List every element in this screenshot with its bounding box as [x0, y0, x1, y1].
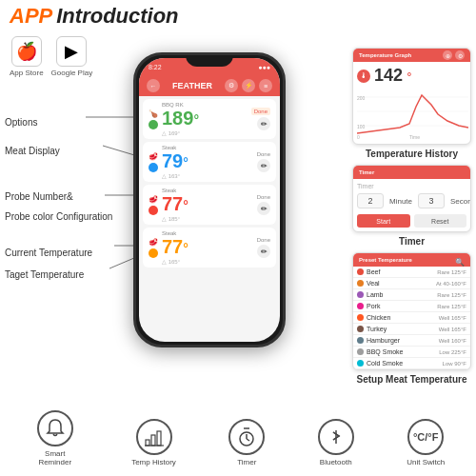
- appstore-badge[interactable]: 🍎 App Store: [10, 36, 44, 77]
- preset-header: Preset Temperature 🔍: [353, 253, 470, 267]
- svg-text:Time: Time: [409, 134, 420, 140]
- menu-icon[interactable]: ≡: [259, 79, 272, 92]
- timer-second-label: Second: [450, 197, 471, 206]
- timer-reset-button[interactable]: Reset: [414, 214, 467, 228]
- bottom-unit-switch[interactable]: °C/°F Unit Switch: [407, 419, 445, 467]
- probe-edit-1[interactable]: ✏: [257, 117, 270, 130]
- store-badges: 🍎 App Store ▶ Google Play: [10, 36, 92, 77]
- googleplay-badge[interactable]: ▶ Google Play: [51, 36, 93, 77]
- phone-time: 8:22: [149, 64, 162, 70]
- probe-temp-3: 77: [162, 193, 183, 215]
- timer-bottom-label: Timer: [237, 458, 256, 467]
- phone-mockup: 8:22 ●●● ← FEATHER ⚙ ⚡ ≡ 🍗: [133, 52, 286, 347]
- preset-dot-lamb: [357, 291, 364, 298]
- probe-temp-4: 77: [162, 236, 183, 258]
- preset-cold: Cold Smoke Low 90°F: [353, 358, 470, 369]
- timer-sublabel: Timer: [357, 183, 466, 189]
- probe-content-4: Steak 77 ° △ 165°: [162, 230, 253, 265]
- probe-content-2: Steak 79 ° △ 163°: [162, 145, 253, 179]
- timer-row: 2 Minute 3 Second: [357, 193, 466, 208]
- probe-right-3: Done ✏: [257, 194, 270, 215]
- probe-edit-3[interactable]: ✏: [257, 202, 270, 215]
- timer-start-button[interactable]: Start: [357, 214, 410, 228]
- timer-icon: [228, 419, 265, 455]
- timer-header-text: Timer: [359, 169, 374, 175]
- probe-right-2: Done ✏: [257, 151, 270, 172]
- probe-target-1: △ 169°: [162, 129, 248, 136]
- timer-content: Timer 2 Minute 3 Second Start Reset: [353, 179, 470, 231]
- phone-topbar: ← FEATHER ⚙ ⚡ ≡: [139, 75, 280, 96]
- preset-name-cold: Cold Smoke: [367, 360, 443, 367]
- preset-dot-turkey: [357, 326, 364, 332]
- probe-row-3: 🥩 Steak 77 ° △ 185° Done ✏: [143, 185, 276, 225]
- back-icon[interactable]: ←: [147, 79, 160, 92]
- preset-pork: Pork Rare 125°F: [353, 301, 470, 312]
- bluetooth-icon[interactable]: ⚡: [242, 79, 255, 92]
- timer-screenshot: Timer Timer 2 Minute 3 Second Start Rese…: [352, 165, 471, 232]
- preset-bbq: BBQ Smoke Low 225°F: [353, 347, 470, 358]
- preset-dot-hamburger: [357, 337, 364, 344]
- preset-temp-pork: Rare 125°F: [437, 304, 466, 309]
- probe-right-1: Done ✏: [251, 108, 270, 130]
- label-options: Options: [5, 112, 37, 129]
- timer-minute-input[interactable]: 2: [357, 193, 384, 208]
- probe-edit-4[interactable]: ✏: [257, 245, 270, 258]
- probe-edit-2[interactable]: ✏: [257, 159, 270, 172]
- smart-reminder-icon: [37, 410, 73, 446]
- temp-history-icon: [136, 419, 172, 455]
- probe-content-3: Steak 77 ° △ 185°: [162, 188, 253, 222]
- googleplay-label: Google Play: [51, 69, 93, 77]
- preset-temp-turkey: Well 165°F: [439, 327, 466, 332]
- timer-buttons: Start Reset: [357, 214, 466, 228]
- svg-text:0: 0: [357, 134, 360, 140]
- label-current-temp: Current Temperature: [5, 243, 92, 260]
- unit-switch-label: Unit Switch: [407, 458, 445, 467]
- label-meat-display: Meat Display: [5, 141, 60, 158]
- th-icon2[interactable]: ⚙: [455, 50, 465, 60]
- appstore-icon: 🍎: [11, 36, 42, 67]
- preset-lamb: Lamb Rare 125°F: [353, 289, 470, 301]
- svg-rect-12: [146, 440, 149, 446]
- preset-header-text: Preset Temperature: [359, 257, 412, 263]
- unit-switch-text: °C/°F: [413, 431, 439, 443]
- probe-done-1: Done: [251, 108, 270, 115]
- svg-rect-13: [151, 435, 155, 446]
- barchart-svg: [144, 426, 165, 447]
- bottom-smart-reminder[interactable]: Smart Reminder: [31, 410, 79, 467]
- preset-dot-pork: [357, 303, 364, 309]
- th-icon1[interactable]: ⊕: [443, 50, 452, 60]
- label-probe-number: Probe Number&Probe color Configuration: [5, 186, 112, 226]
- preset-dot-veal: [357, 280, 364, 287]
- bottom-bluetooth[interactable]: Bluetooth: [318, 419, 354, 467]
- bottom-temp-history[interactable]: Temp History: [131, 419, 176, 467]
- svg-text:100: 100: [357, 124, 366, 129]
- timer-header: Timer: [353, 166, 470, 179]
- svg-line-19: [247, 439, 249, 441]
- setup-meat-label: Setup Meat Temperature: [352, 374, 471, 385]
- preset-list: Beef Rare 125°F Veal At 40-160°F Lamb Ra…: [353, 267, 470, 369]
- preset-name-lamb: Lamb: [367, 291, 437, 298]
- phone-screen: 8:22 ●●● ← FEATHER ⚙ ⚡ ≡ 🍗: [139, 58, 280, 342]
- bluetooth-svg: [326, 426, 347, 447]
- timer-label: Timer: [352, 236, 471, 247]
- bluetooth-bottom-icon: [318, 419, 354, 455]
- preset-chicken: Chicken Well 165°F: [353, 312, 470, 324]
- bottom-timer[interactable]: Timer: [228, 419, 265, 467]
- probe-target-4: △ 165°: [162, 258, 253, 265]
- preset-dot-cold: [357, 360, 364, 367]
- settings-icon[interactable]: ⚙: [225, 79, 238, 92]
- timer-second-input[interactable]: 3: [418, 193, 445, 208]
- temp-history-label: Temperature History: [352, 149, 471, 159]
- temp-history-header: Temperature Graph ⊕ ⚙: [353, 49, 470, 62]
- preset-temp-screenshot: Preset Temperature 🔍 Beef Rare 125°F Vea…: [352, 252, 471, 370]
- th-probe-icon: 🌡: [357, 69, 370, 83]
- probe-unit-3: °: [183, 198, 188, 213]
- probe-unit-1: °: [193, 112, 199, 128]
- probe-unit-2: °: [183, 155, 188, 170]
- preset-temp-hamburger: Well 160°F: [439, 338, 466, 344]
- preset-turkey: Turkey Well 165°F: [353, 324, 470, 335]
- probe-done-4: Done: [257, 237, 270, 243]
- bottom-icons-bar: Smart Reminder Temp History Timer: [5, 407, 471, 471]
- preset-name-beef: Beef: [367, 268, 437, 275]
- probe-target-2: △ 163°: [162, 172, 253, 179]
